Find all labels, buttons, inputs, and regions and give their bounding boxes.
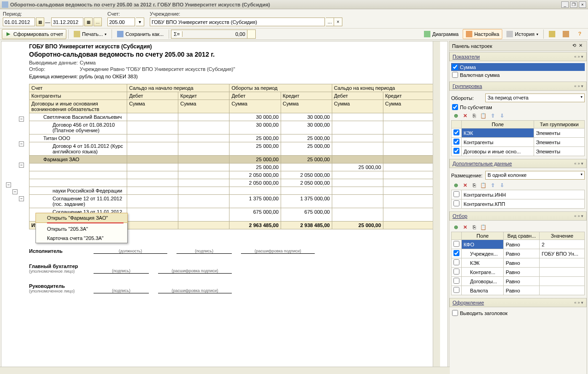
chevron-icon[interactable]: « » ▾ (574, 84, 583, 88)
indicator-valsumma[interactable]: Валютная сумма (451, 71, 585, 79)
period-dialog-button[interactable]: … (94, 18, 102, 26)
chart-icon (424, 31, 430, 37)
sec-indicators[interactable]: Показатели (453, 54, 574, 59)
extradata-row[interactable]: Контрагенты.КПП (452, 199, 585, 209)
filter-row[interactable]: Договоры...Равно (452, 277, 585, 286)
date-from-picker-icon[interactable]: ▦ (36, 18, 44, 26)
filter-row[interactable]: КЭКРавно (452, 258, 585, 268)
settings-toggle-button[interactable]: Настройка (463, 29, 502, 39)
th-account: Счет (29, 84, 127, 92)
sigma-value: 0,00 (182, 31, 247, 37)
sec-grouping[interactable]: Группировка (453, 83, 574, 89)
expand-toggle[interactable]: − (19, 163, 24, 168)
date-to-input[interactable] (51, 18, 83, 26)
group-up-icon[interactable]: ⇧ (489, 112, 496, 119)
ctx-account-card[interactable]: Карточка счета "205.3А" (36, 234, 127, 243)
maximize-button[interactable]: ❐ (570, 1, 577, 8)
th-debit: Дебет (229, 92, 281, 100)
expand-toggle[interactable]: − (6, 182, 11, 187)
sigma-label: Σ= (171, 31, 182, 37)
help-button[interactable]: ? (573, 29, 586, 39)
account-select-button[interactable]: ▾ (136, 18, 144, 26)
dop-add-icon[interactable]: ⊕ (452, 181, 459, 189)
close-button[interactable]: × (579, 1, 586, 8)
output-header-check[interactable]: Выводить заголовок (451, 309, 585, 317)
extradata-row[interactable]: Контрагенты.ИНН (452, 190, 585, 199)
table-row[interactable]: 2 050 000,002 050 000,00 (29, 179, 435, 187)
dop-del-icon[interactable]: ✕ (461, 181, 469, 189)
filter-add-icon[interactable]: ⊕ (452, 223, 459, 231)
print-button[interactable]: Печать...▾ (71, 29, 110, 39)
horizontal-scrollbar[interactable] (0, 367, 450, 374)
expand-toggle[interactable]: − (19, 196, 24, 201)
sec-format[interactable]: Оформление (453, 300, 574, 305)
table-row[interactable]: 2 050 000,002 050 000,00 (29, 171, 435, 179)
by-subaccounts-check[interactable]: По субсчетам (451, 103, 585, 111)
turnover-select[interactable]: За период отчета ▾ (485, 94, 585, 102)
diagram-button[interactable]: Диаграмма (421, 29, 462, 39)
org-label: Учреждение: (150, 11, 342, 17)
table-row[interactable]: Договор 4 от 16.01.2012 (Курс английског… (29, 142, 435, 156)
group-paste-icon[interactable]: 📋 (480, 112, 487, 119)
table-row[interactable]: Соглашение 12 от 11.01.2012 (гос. задани… (29, 195, 435, 208)
table-row[interactable]: науки Российской Федерации (29, 187, 435, 195)
org-clear-button[interactable]: × (334, 18, 342, 26)
chevron-icon[interactable]: « » ▾ (574, 300, 583, 305)
run-report-button[interactable]: Сформировать отчет (2, 29, 66, 39)
extra-button-2[interactable] (559, 29, 572, 39)
filter-row[interactable]: ВалютаРавно (452, 286, 585, 295)
sec-filter[interactable]: Отбор (453, 213, 574, 219)
table-row[interactable]: 25 000,0025 000,00 (29, 164, 435, 171)
sec-extradata[interactable]: Дополнительные данные (453, 161, 574, 166)
grouping-row[interactable]: КонтрагентыЭлементы (452, 138, 585, 147)
table-row[interactable]: Светлячков Василий Васильевич30 000,0030… (29, 113, 435, 121)
org-input[interactable] (150, 18, 325, 26)
extra-button-1[interactable] (546, 29, 559, 39)
extra-data-grid[interactable]: Контрагенты.ИННКонтрагенты.КПП (451, 190, 585, 209)
history-button[interactable]: История▾ (503, 29, 541, 39)
chevron-icon[interactable]: « » ▾ (574, 54, 583, 59)
sigma-calc-icon[interactable] (247, 30, 255, 38)
table-row[interactable]: Договор 456 от 01.08.2010 (Платное обуче… (29, 121, 435, 134)
grouping-row[interactable]: Договоры и иные осно...Элементы (452, 147, 585, 156)
indicator-summa[interactable]: Сумма (451, 63, 585, 71)
dop-down-icon[interactable]: ⇩ (498, 181, 506, 189)
expand-toggle[interactable]: − (19, 117, 24, 122)
group-down-icon[interactable]: ⇩ (498, 112, 506, 119)
grouping-row[interactable]: КЭКЭлементы (452, 129, 585, 138)
signatures: Исполнитель (должность) (подпись) (расши… (29, 243, 447, 293)
grouping-grid[interactable]: ПолеТип группировки КЭКЭлементыКонтраген… (451, 120, 585, 156)
expand-toggle[interactable]: − (12, 189, 18, 194)
filter-grid[interactable]: ПолеВид сравн...Значение КФОРавно2Учрежд… (451, 232, 585, 295)
org-select-button[interactable]: … (326, 18, 334, 26)
minimize-button[interactable]: _ (561, 1, 569, 8)
filter-row[interactable]: КФОРавно2 (452, 240, 585, 249)
date-to-picker-icon[interactable]: ▦ (84, 18, 93, 26)
group-del-icon[interactable]: ✕ (461, 112, 469, 119)
filter-copy-icon[interactable]: ⎘ (470, 223, 478, 231)
table-row[interactable]: Фармация ЗАО25 000,0025 000,00 (29, 156, 435, 164)
chevron-icon[interactable]: « » ▾ (574, 161, 583, 166)
group-copy-icon[interactable]: ⎘ (470, 112, 478, 119)
group-add-icon[interactable]: ⊕ (452, 112, 459, 119)
settings-close-icon[interactable]: ✕ (577, 43, 584, 49)
save-as-button[interactable]: Сохранить как... (114, 29, 167, 39)
expand-toggle[interactable]: − (19, 141, 24, 146)
settings-restore-icon[interactable]: ⟲ (571, 43, 577, 49)
filter-row[interactable]: Учрежден...РавноГОБУ ВПО Ун... (452, 249, 585, 258)
filter-paste-icon[interactable]: 📋 (480, 223, 487, 231)
ctx-open-agent[interactable]: Открыть "Фармация ЗАО" (35, 213, 128, 223)
filter-del-icon[interactable]: ✕ (461, 223, 469, 231)
vertical-scrollbar[interactable] (433, 41, 440, 374)
date-from-input[interactable] (3, 18, 35, 26)
ctx-open-account[interactable]: Открыть "205.3А" (36, 224, 127, 234)
dop-up-icon[interactable]: ⇧ (489, 181, 496, 189)
account-input[interactable] (107, 18, 135, 26)
date-dash: — (45, 19, 50, 25)
table-row[interactable]: Титан ООО25 000,0025 000,00 (29, 134, 435, 142)
dop-paste-icon[interactable]: 📋 (480, 181, 487, 189)
dop-copy-icon[interactable]: ⎘ (470, 181, 478, 189)
chevron-icon[interactable]: « » ▾ (574, 214, 583, 218)
placement-select[interactable]: В одной колонке ▾ (485, 171, 585, 180)
filter-row[interactable]: Контраге...Равно (452, 268, 585, 277)
